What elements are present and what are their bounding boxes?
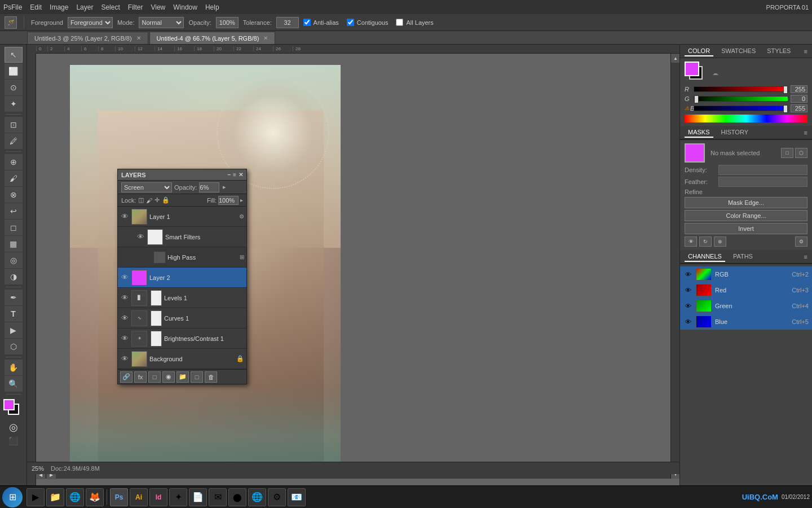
taskbar-ie-btn[interactable]: 🌐: [248, 488, 266, 506]
taskbar-id-btn[interactable]: Id: [149, 488, 167, 506]
color-range-btn[interactable]: Color Range...: [685, 210, 807, 221]
layer-item-2[interactable]: 👁 Layer 2: [118, 268, 246, 288]
tool-heal[interactable]: ⊕: [5, 154, 23, 170]
g-value-input[interactable]: 0: [791, 95, 807, 103]
scroll-right[interactable]: ▲ ▼: [670, 54, 679, 479]
layer-adjustment-btn[interactable]: ◉: [162, 371, 175, 383]
layer-group-btn[interactable]: 📁: [176, 371, 189, 383]
fill-input[interactable]: [218, 196, 239, 205]
mask-add-pixel-btn[interactable]: □: [781, 148, 793, 158]
tool-history-brush[interactable]: ↩: [5, 203, 23, 219]
tool-dodge[interactable]: ◑: [5, 269, 23, 284]
channel-eye-red[interactable]: 👁: [683, 286, 692, 295]
color-panel-options[interactable]: ≡: [804, 48, 807, 55]
layers-mode-dropdown[interactable]: ScreenNormalMultiplyOverlay: [121, 182, 172, 192]
mask-edge-btn[interactable]: Mask Edge...: [685, 197, 807, 208]
taskbar-media-btn[interactable]: ▶: [27, 488, 45, 506]
tolerance-input[interactable]: [276, 17, 299, 28]
taskbar-acrobat-btn[interactable]: 📄: [189, 488, 207, 506]
menu-edit[interactable]: Edit: [30, 3, 42, 11]
layers-expand-btn[interactable]: ≡: [233, 172, 236, 178]
layer-item-1[interactable]: 👁 Layer 1 ⚙: [118, 207, 246, 227]
r-slider-thumb[interactable]: [783, 86, 788, 94]
tool-crop[interactable]: ⊡: [5, 117, 23, 133]
tool-gradient[interactable]: ▦: [5, 236, 23, 252]
tool-hand[interactable]: ✋: [5, 360, 23, 375]
r-value-input[interactable]: 255: [791, 85, 807, 93]
masks-eye-btn[interactable]: 👁: [685, 237, 697, 247]
layers-minimize-btn[interactable]: –: [228, 172, 231, 178]
taskbar-browser-btn[interactable]: 🌐: [66, 488, 84, 506]
layers-close-btn[interactable]: ✕: [239, 172, 243, 178]
tool-zoom[interactable]: 🔍: [5, 376, 23, 392]
taskbar-firefox-btn[interactable]: 🦊: [86, 488, 104, 506]
start-button[interactable]: ⊞: [2, 487, 23, 507]
layer-fx-btn[interactable]: fx: [134, 371, 147, 383]
g-slider-track[interactable]: [694, 96, 788, 102]
layer-item-bg[interactable]: 👁 Background 🔒: [118, 349, 246, 369]
all-layers-checkbox[interactable]: [396, 19, 403, 26]
tool-blur[interactable]: ◎: [5, 252, 23, 268]
tool-shape[interactable]: ⬡: [5, 339, 23, 354]
tool-icon[interactable]: 🪄: [5, 16, 17, 29]
tool-brush[interactable]: 🖌: [5, 170, 23, 186]
tool-stamp[interactable]: ⊗: [5, 187, 23, 203]
channel-eye-green[interactable]: 👁: [683, 301, 692, 310]
fg-swatch[interactable]: [685, 62, 699, 76]
mode-dropdown[interactable]: Normal: [139, 17, 184, 28]
layer-item-curves[interactable]: 👁 ∿ Curves 1: [118, 308, 246, 329]
opacity-input[interactable]: [216, 17, 239, 28]
menu-view[interactable]: View: [151, 3, 165, 11]
layer-eye-bc[interactable]: 👁: [120, 334, 129, 343]
lock-image-icon[interactable]: 🖌: [146, 197, 152, 204]
channel-eye-blue[interactable]: 👁: [683, 317, 692, 326]
feather-input[interactable]: [718, 177, 807, 187]
layer-eye-levels[interactable]: 👁: [120, 294, 129, 303]
color-spectrum-bar[interactable]: [685, 115, 807, 122]
tool-eraser[interactable]: ◻: [5, 220, 23, 235]
history-tab[interactable]: HISTORY: [718, 128, 752, 138]
menu-image[interactable]: Image: [50, 3, 68, 11]
tab-2-close[interactable]: ✕: [263, 35, 268, 41]
channel-row-red[interactable]: 👁 Red Ctrl+3: [680, 282, 812, 298]
taskbar-mail-btn[interactable]: ✉: [209, 488, 227, 506]
menu-file[interactable]: File: [11, 3, 22, 11]
channels-panel-options[interactable]: ≡: [804, 253, 807, 260]
tab-2[interactable]: Untitled-4 @ 66.7% (Layer 5, RGB/8) ✕: [149, 32, 276, 44]
high-pass-icon[interactable]: ⊞: [240, 254, 244, 260]
swatches-tab[interactable]: SWATCHES: [718, 46, 759, 56]
paths-tab[interactable]: PATHS: [730, 252, 756, 262]
styles-tab[interactable]: STYLES: [764, 46, 794, 56]
tool-screen-mode[interactable]: ⬛: [8, 436, 18, 445]
channel-row-rgb[interactable]: 👁 RGB Ctrl+2: [680, 266, 812, 282]
taskbar-outlook-btn[interactable]: 📧: [288, 488, 306, 506]
b-slider-thumb[interactable]: [783, 105, 788, 113]
contiguous-checkbox[interactable]: [347, 19, 354, 26]
layer-eye-1[interactable]: 👁: [120, 212, 129, 221]
g-slider-thumb[interactable]: [694, 95, 699, 103]
fill-arrow[interactable]: ▸: [240, 197, 243, 203]
tool-select-rect[interactable]: ⬜: [5, 63, 23, 79]
layer-mask-btn[interactable]: □: [148, 371, 161, 383]
channel-row-green[interactable]: 👁 Green Ctrl+4: [680, 298, 812, 314]
layer-new-btn[interactable]: □: [191, 371, 203, 383]
lock-all-icon[interactable]: 🔒: [162, 196, 170, 204]
layer-eye-2[interactable]: 👁: [120, 273, 129, 282]
layer-item-levels[interactable]: 👁 ▊ Levels 1: [118, 288, 246, 308]
lock-position-icon[interactable]: ✛: [155, 196, 160, 204]
foreground-color-swatch[interactable]: [3, 399, 15, 410]
invert-btn[interactable]: Invert: [685, 223, 807, 234]
menu-filter[interactable]: Filter: [128, 3, 143, 11]
layers-title-bar[interactable]: LAYERS – ≡ ✕: [118, 169, 246, 181]
layer-eye-sf[interactable]: 👁: [136, 233, 145, 242]
r-slider-track[interactable]: [694, 86, 788, 92]
tab-1[interactable]: Untitled-3 @ 25% (Layer 2, RGB/8) ✕: [27, 32, 148, 44]
layer-high-pass[interactable]: High Pass ⊞: [118, 247, 246, 268]
layers-opacity-arrow[interactable]: ▸: [223, 183, 226, 191]
menu-window[interactable]: Window: [173, 3, 197, 11]
masks-refresh-btn[interactable]: ↻: [699, 237, 712, 247]
tool-path-select[interactable]: ▶: [5, 322, 23, 338]
menu-layer[interactable]: Layer: [76, 3, 93, 11]
tool-quick-mask[interactable]: ◎: [9, 421, 18, 433]
menu-help[interactable]: Help: [205, 3, 219, 11]
